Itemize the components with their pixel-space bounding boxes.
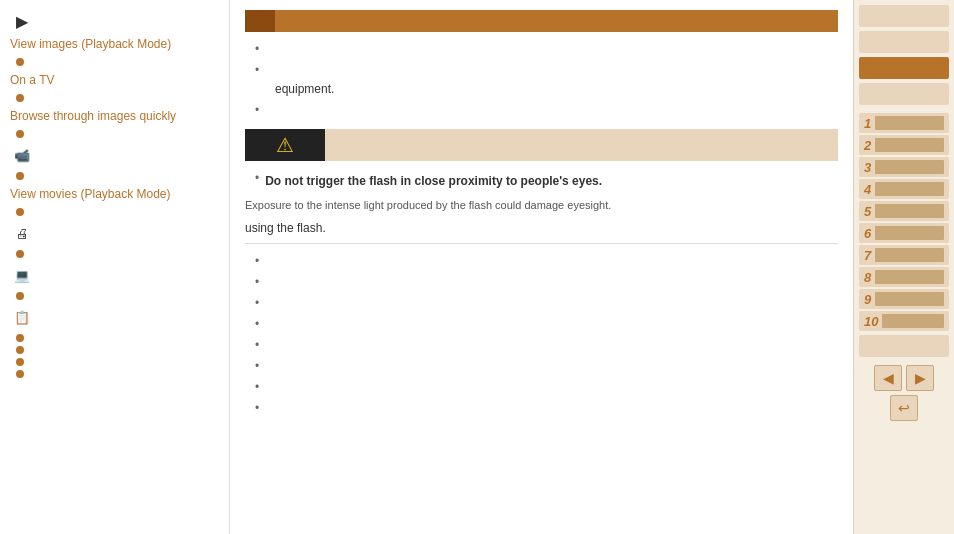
view-movies-link: View movies (Playback Mode) [10,187,171,201]
numbered-item-6[interactable]: 6 [859,223,949,243]
numbered-label-4: 4 [864,182,871,197]
numbered-bar-9 [875,292,944,306]
nav-next-icon: ▶ [915,370,926,386]
numbered-item-10[interactable]: 10 [859,311,949,331]
numbered-item-7[interactable]: 7 [859,245,949,265]
nav-return-icon: ↩ [898,400,910,416]
right-panel-bar-2 [859,31,949,53]
nav-next-button[interactable]: ▶ [906,365,934,391]
warning-box: ⚠ [245,129,838,161]
lower-bullet-row-7: • [245,378,838,394]
lower-bullet-row-2: • [245,273,838,289]
sidebar-item-browse-images[interactable]: Browse through images quickly [0,106,229,126]
playback-icon: ▶ [10,11,34,31]
sidebar-movie-icon-row[interactable]: 📹 [0,142,229,168]
numbered-label-5: 5 [864,204,871,219]
sidebar-bullet-9 [16,346,24,354]
lower-bullet-dot-4: • [255,317,259,331]
lower-bullet-dot-3: • [255,296,259,310]
warning-bar [325,129,838,161]
lower-bullet-row-3: • [245,294,838,310]
lower-bullet-dot-6: • [255,359,259,373]
sidebar-bullet-11 [16,370,24,378]
lower-bullet-dot-1: • [255,254,259,268]
numbered-bar-1 [875,116,944,130]
main-content: • • equipment. • ⚠ • Do not trigger the … [230,0,854,534]
nav-return-button[interactable]: ↩ [890,395,918,421]
numbered-bar-10 [882,314,944,328]
using-flash-text: using the flash. [245,221,838,244]
lower-bullet-row-8: • [245,399,838,415]
sidebar-playback-icon-row[interactable]: ▶ [0,8,229,34]
sidebar-bullet-6 [16,250,24,258]
warning-bold-text: Do not trigger the flash in close proxim… [265,174,602,188]
sidebar-bullet-10 [16,358,24,366]
computer-icon: 💻 [10,265,34,285]
lower-bullet-dot-2: • [255,275,259,289]
bullet-dot-2: • [255,63,259,77]
sidebar-bullet-7 [16,292,24,300]
sidebar-item-on-tv[interactable]: On a TV [0,70,229,90]
right-panel-numbered-list: 1 2 3 4 5 6 7 8 [859,113,949,331]
nav-buttons: ◀ ▶ [859,365,949,391]
numbered-item-4[interactable]: 4 [859,179,949,199]
lower-bullet-dot-5: • [255,338,259,352]
sidebar-bullet-5 [16,208,24,216]
lower-bullet-row-6: • [245,357,838,373]
numbered-item-3[interactable]: 3 [859,157,949,177]
nav-prev-icon: ◀ [883,370,894,386]
numbered-item-5[interactable]: 5 [859,201,949,221]
sidebar-computer-icon-row[interactable]: 💻 [0,262,229,288]
numbered-bar-6 [875,226,944,240]
print-icon: 🖨 [10,223,34,243]
view-images-link: View images (Playback Mode) [10,37,171,51]
numbered-item-2[interactable]: 2 [859,135,949,155]
right-panel-bar-3 [859,83,949,105]
lower-bullet-row-4: • [245,315,838,331]
warning-bullet-dot: • [255,171,259,185]
lower-bullet-row-5: • [245,336,838,352]
numbered-item-1[interactable]: 1 [859,113,949,133]
on-tv-link: On a TV [10,73,54,87]
bullet-row-3: • [245,101,838,117]
numbered-label-3: 3 [864,160,871,175]
numbered-bar-4 [875,182,944,196]
numbered-bar-5 [875,204,944,218]
numbered-item-9[interactable]: 9 [859,289,949,309]
left-sidebar: ▶ View images (Playback Mode) On a TV Br… [0,0,230,534]
right-panel-bar-top [859,5,949,27]
numbered-label-6: 6 [864,226,871,241]
warning-sub-text: Exposure to the intense light produced b… [245,198,838,213]
sidebar-bullet-1 [16,58,24,66]
sidebar-copy-icon-row[interactable]: 📋 [0,304,229,330]
movie-camera-icon: 📹 [10,145,34,165]
numbered-label-9: 9 [864,292,871,307]
sidebar-bullet-4 [16,172,24,180]
lower-bullet-dot-8: • [255,401,259,415]
sidebar-print-icon-row[interactable]: 🖨 [0,220,229,246]
main-header-bar [245,10,838,32]
bullet-row-2: • [245,61,838,77]
numbered-label-8: 8 [864,270,871,285]
numbered-bar-8 [875,270,944,284]
sidebar-item-view-images[interactable]: View images (Playback Mode) [0,34,229,54]
bullet-row-1: • [245,40,838,56]
warning-icon-box: ⚠ [245,129,325,161]
warning-triangle-icon: ⚠ [276,133,294,157]
header-bar-accent [245,10,275,32]
numbered-bar-2 [875,138,944,152]
numbered-label-10: 10 [864,314,878,329]
numbered-label-2: 2 [864,138,871,153]
sidebar-bullet-8 [16,334,24,342]
sidebar-item-view-movies[interactable]: View movies (Playback Mode) [0,184,229,204]
copy-icon: 📋 [10,307,34,327]
numbered-item-8[interactable]: 8 [859,267,949,287]
sidebar-bullet-2 [16,94,24,102]
numbered-label-7: 7 [864,248,871,263]
nav-prev-button[interactable]: ◀ [874,365,902,391]
right-panel-bar-accent [859,57,949,79]
right-panel-bar-bottom [859,335,949,357]
lower-bullet-dot-7: • [255,380,259,394]
sidebar-bullet-3 [16,130,24,138]
numbered-bar-7 [875,248,944,262]
